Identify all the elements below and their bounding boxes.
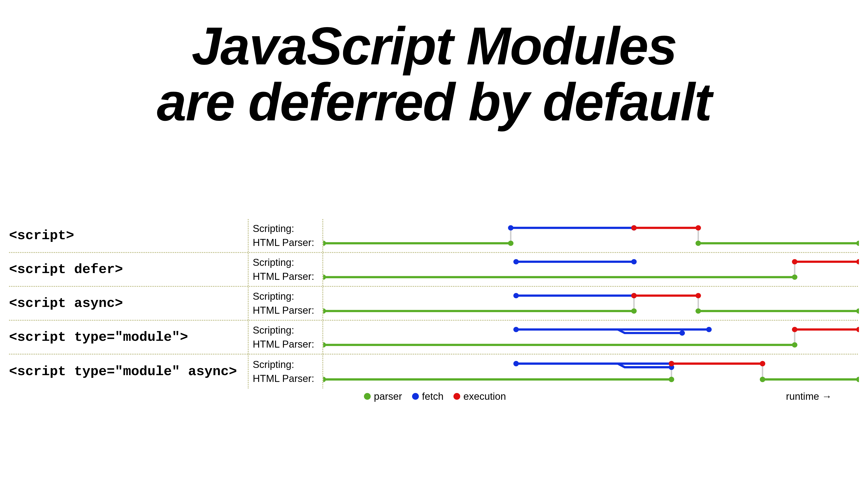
svg-point-42	[679, 330, 685, 336]
timeline-row: <script>Scripting:HTML Parser:	[9, 219, 859, 253]
execution-dot-icon	[454, 393, 460, 400]
script-tag-label: <script type="module">	[9, 321, 248, 354]
title-line-2: are deferred by default	[0, 74, 868, 130]
legend-item-fetch: fetch	[412, 391, 444, 402]
svg-point-22	[323, 274, 326, 279]
svg-point-59	[323, 377, 326, 382]
script-tag-label: <script type="module" async>	[9, 355, 248, 389]
title-line-1: JavaScript Modules	[0, 18, 868, 74]
runtime-axis-label: runtime →	[786, 391, 859, 402]
svg-point-44	[792, 327, 797, 332]
lane-labels: Scripting:HTML Parser:	[248, 219, 323, 252]
svg-point-12	[695, 240, 701, 246]
legend-item-parser: parser	[364, 391, 402, 402]
scripting-label: Scripting:	[253, 357, 322, 371]
script-tag-label: <script defer>	[9, 253, 248, 286]
svg-point-56	[669, 361, 674, 366]
parser-label: HTML Parser:	[253, 303, 322, 317]
scripting-label: Scripting:	[253, 255, 322, 270]
scripting-label: Scripting:	[253, 222, 322, 236]
parser-dot-icon	[364, 393, 371, 400]
svg-point-33	[323, 308, 326, 314]
svg-point-52	[513, 361, 519, 366]
svg-point-41	[706, 327, 712, 332]
legend-execution-label: execution	[463, 391, 506, 402]
svg-point-13	[856, 240, 859, 246]
timeline-row: <script type="module" async>Scripting:HT…	[9, 355, 859, 389]
svg-point-45	[856, 327, 859, 332]
svg-point-23	[792, 274, 797, 279]
svg-point-17	[631, 259, 637, 264]
svg-point-19	[792, 259, 797, 264]
legend-fetch-label: fetch	[422, 391, 444, 402]
svg-point-57	[760, 361, 765, 366]
svg-point-31	[695, 293, 701, 298]
svg-point-9	[323, 240, 326, 246]
svg-point-63	[856, 377, 859, 382]
svg-point-37	[856, 308, 859, 314]
timeline-lanes	[323, 219, 859, 252]
svg-point-40	[513, 327, 519, 332]
timeline-lanes	[323, 321, 859, 354]
svg-point-27	[513, 293, 519, 298]
timeline-row: <script defer>Scripting:HTML Parser:	[9, 253, 859, 287]
timeline-chart: <script>Scripting:HTML Parser: <script d…	[9, 219, 859, 389]
svg-point-3	[508, 225, 513, 231]
svg-point-10	[508, 240, 513, 246]
svg-point-16	[513, 259, 519, 264]
parser-label: HTML Parser:	[253, 337, 322, 351]
legend: parser fetch execution runtime →	[323, 391, 859, 402]
scripting-label: Scripting:	[253, 323, 322, 337]
svg-point-34	[631, 308, 637, 314]
parser-label: HTML Parser:	[253, 371, 322, 385]
parser-label: HTML Parser:	[253, 236, 322, 250]
timeline-row: <script async>Scripting:HTML Parser:	[9, 287, 859, 321]
timeline-lanes	[323, 287, 859, 320]
timeline-row: <script type="module">Scripting:HTML Par…	[9, 321, 859, 355]
svg-point-48	[792, 342, 797, 348]
script-tag-label: <script async>	[9, 287, 248, 320]
svg-point-30	[631, 293, 637, 298]
svg-point-36	[695, 308, 701, 314]
script-tag-label: <script>	[9, 219, 248, 252]
svg-point-6	[631, 225, 637, 231]
svg-point-62	[760, 377, 765, 382]
legend-item-execution: execution	[454, 391, 506, 402]
svg-point-60	[669, 377, 674, 382]
slide-title: JavaScript Modules are deferred by defau…	[0, 0, 868, 130]
timeline-lanes	[323, 355, 859, 389]
fetch-dot-icon	[412, 393, 419, 400]
parser-label: HTML Parser:	[253, 270, 322, 284]
lane-labels: Scripting:HTML Parser:	[248, 355, 323, 389]
lane-labels: Scripting:HTML Parser:	[248, 321, 323, 354]
svg-point-47	[323, 342, 326, 348]
lane-labels: Scripting:HTML Parser:	[248, 287, 323, 320]
timeline-lanes	[323, 253, 859, 286]
svg-point-7	[695, 225, 701, 231]
svg-point-20	[856, 259, 859, 264]
scripting-label: Scripting:	[253, 289, 322, 303]
lane-labels: Scripting:HTML Parser:	[248, 253, 323, 286]
legend-parser-label: parser	[374, 391, 402, 402]
